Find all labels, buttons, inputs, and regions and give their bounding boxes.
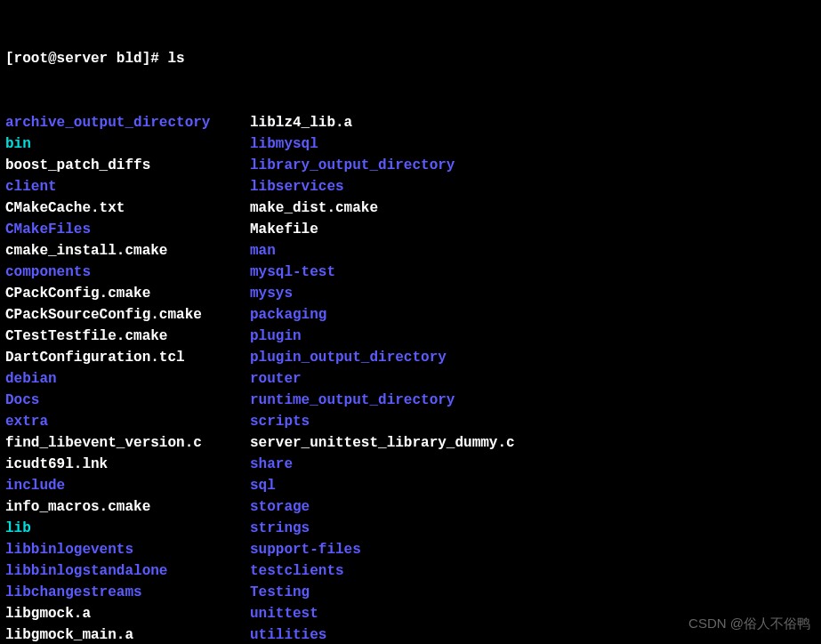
ls-entry: archive_output_directory (5, 112, 250, 133)
listing-row: binlibmysql (5, 133, 816, 155)
ls-entry: plugin_output_directory (250, 347, 447, 368)
ls-entry: libbinlogstandalone (5, 560, 250, 582)
ls-entry: extra (5, 411, 250, 432)
ls-entry: plugin (250, 326, 302, 347)
ls-entry: library_output_directory (250, 155, 455, 176)
listing-row: libstrings (5, 518, 816, 539)
listing-row: libchangestreamsTesting (5, 582, 816, 603)
listing-row: DartConfiguration.tclplugin_output_direc… (5, 347, 816, 368)
ls-entry: man (250, 240, 276, 262)
ls-entry: packaging (250, 304, 326, 326)
listing-row: debianrouter (5, 368, 816, 390)
terminal-output[interactable]: [root@server bld]# ls archive_output_dir… (5, 5, 816, 644)
ls-entry: libbinlogevents (5, 539, 250, 560)
command-text: ls (167, 51, 184, 67)
ls-entry: libmysql (250, 133, 318, 155)
ls-entry: cmake_install.cmake (5, 240, 250, 262)
listing-row: boost_patch_diffslibrary_output_director… (5, 155, 816, 176)
ls-entry: support-files (250, 539, 361, 560)
listing-row: cmake_install.cmakeman (5, 240, 816, 262)
listing-row: componentsmysql-test (5, 262, 816, 283)
ls-entry: unittest (250, 603, 318, 624)
ls-entry: DartConfiguration.tcl (5, 347, 250, 368)
listing-row: includesql (5, 475, 816, 496)
ls-entry: client (5, 176, 250, 197)
listing-row: archive_output_directoryliblz4_lib.a (5, 112, 816, 133)
ls-entry: info_macros.cmake (5, 496, 250, 518)
listing-row: CPackSourceConfig.cmakepackaging (5, 304, 816, 326)
ls-entry: boost_patch_diffs (5, 155, 250, 176)
listing-row: extrascripts (5, 411, 816, 432)
ls-entry: storage (250, 496, 310, 518)
shell-prompt: [root@server bld]# (5, 51, 167, 67)
ls-entry: testclients (250, 560, 344, 582)
ls-entry: debian (5, 368, 250, 390)
ls-entry: CMakeFiles (5, 219, 250, 240)
ls-entry: strings (250, 518, 310, 539)
listing-row: CMakeCache.txtmake_dist.cmake (5, 197, 816, 219)
ls-entry: runtime_output_directory (250, 390, 455, 411)
listing-row: find_libevent_version.cserver_unittest_l… (5, 432, 816, 454)
ls-entry: libservices (250, 176, 344, 197)
ls-entry: Makefile (250, 219, 318, 240)
listing-row: CTestTestfile.cmakeplugin (5, 326, 816, 347)
listing-row: CPackConfig.cmakemysys (5, 283, 816, 304)
ls-entry: server_unittest_library_dummy.c (250, 432, 515, 454)
ls-entry: Testing (250, 582, 310, 603)
ls-entry: scripts (250, 411, 310, 432)
listing-row: CMakeFilesMakefile (5, 219, 816, 240)
ls-entry: lib (5, 518, 250, 539)
ls-entry: libgmock_main.a (5, 624, 250, 644)
ls-entry: sql (250, 475, 276, 496)
ls-entry: utilities (250, 624, 326, 644)
ls-entry: include (5, 475, 250, 496)
listing-row: clientlibservices (5, 176, 816, 197)
ls-entry: bin (5, 133, 250, 155)
listing-row: Docsruntime_output_directory (5, 390, 816, 411)
ls-entry: CMakeCache.txt (5, 197, 250, 219)
ls-entry: libchangestreams (5, 582, 250, 603)
ls-entry: CPackConfig.cmake (5, 283, 250, 304)
ls-entry: make_dist.cmake (250, 197, 378, 219)
ls-entry: libgmock.a (5, 603, 250, 624)
ls-entry: CTestTestfile.cmake (5, 326, 250, 347)
ls-listing: archive_output_directoryliblz4_lib.abinl… (5, 112, 816, 644)
prompt-line: [root@server bld]# ls (5, 48, 816, 69)
ls-entry: find_libevent_version.c (5, 432, 250, 454)
listing-row: libbinlogeventssupport-files (5, 539, 816, 560)
ls-entry: mysql-test (250, 262, 335, 283)
ls-entry: Docs (5, 390, 250, 411)
ls-entry: router (250, 368, 302, 390)
ls-entry: share (250, 454, 293, 475)
watermark-text: CSDN @俗人不俗鸭 (688, 614, 810, 634)
ls-entry: icudt69l.lnk (5, 454, 250, 475)
ls-entry: liblz4_lib.a (250, 112, 352, 133)
ls-entry: mysys (250, 283, 293, 304)
listing-row: icudt69l.lnkshare (5, 454, 816, 475)
listing-row: libbinlogstandalonetestclients (5, 560, 816, 582)
ls-entry: CPackSourceConfig.cmake (5, 304, 250, 326)
ls-entry: components (5, 262, 250, 283)
listing-row: info_macros.cmakestorage (5, 496, 816, 518)
